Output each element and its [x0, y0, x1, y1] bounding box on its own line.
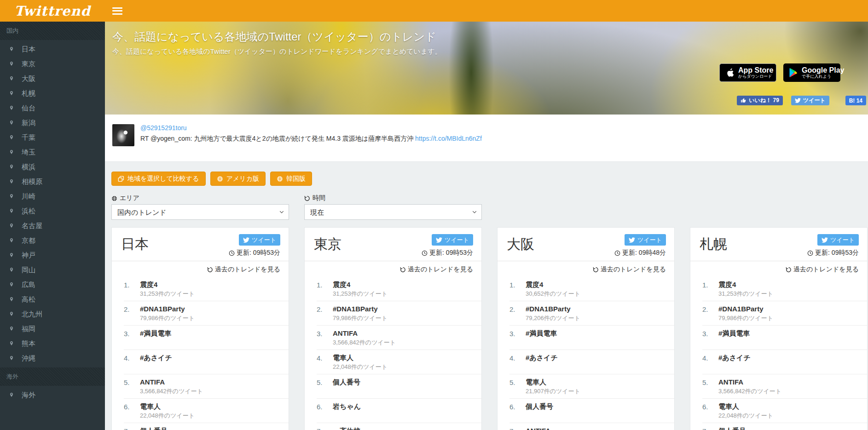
app-store-badge[interactable]: App Store からダウンロード [719, 63, 776, 82]
sidebar-item[interactable]: 福岡 [0, 321, 105, 336]
trend-name-link[interactable]: #DNA1BParty [333, 305, 388, 313]
trend-rank: 1. [317, 281, 333, 298]
trend-row: 5. 個人番号 [317, 374, 481, 398]
trend-name-link[interactable]: #満員電車 [140, 329, 171, 338]
tweet-url-link[interactable]: https://t.co/MBIdLn6nZf [415, 135, 482, 142]
sidebar-item[interactable]: 東京 [0, 57, 105, 71]
trend-name-link[interactable]: ANTIFA [140, 378, 203, 386]
trend-rank: 4. [317, 354, 333, 371]
trend-row: 7. 個人番号 [702, 423, 867, 430]
trend-name-link[interactable]: ANTIFA [718, 378, 781, 386]
apple-icon [724, 67, 735, 78]
sidebar-item[interactable]: 横浜 [0, 160, 105, 174]
trend-name-link[interactable]: 岩ちゃん [333, 402, 361, 411]
trend-tweet-count [718, 338, 750, 346]
trend-row: 2. #DNA1BParty 79,986件のツイート [124, 301, 289, 325]
map-pin-icon [9, 104, 14, 112]
sidebar-item[interactable]: 沖縄 [0, 351, 105, 366]
trend-name-link[interactable]: 電車人 [140, 402, 195, 411]
trend-name-link[interactable]: #満員電車 [526, 329, 557, 338]
past-trends-link[interactable]: 過去のトレンドを見る [690, 261, 867, 277]
sidebar-item[interactable]: 名古屋 [0, 218, 105, 233]
trend-name-link[interactable]: #DNA1BParty [718, 305, 773, 313]
trend-name-link[interactable]: #あさイチ [140, 354, 172, 362]
time-select[interactable]: 現在 [304, 204, 482, 220]
trend-name-link[interactable]: 個人番号 [526, 402, 553, 411]
sidebar-item[interactable]: 仙台 [0, 101, 105, 115]
tweet-share-button[interactable]: ツイート [791, 96, 829, 105]
trend-name-link[interactable]: 電車人 [333, 354, 388, 362]
facebook-like-button[interactable]: いいね！ 79 [737, 96, 783, 105]
trend-name-link[interactable]: #満員電車 [718, 329, 750, 338]
sidebar-item[interactable]: 高松 [0, 292, 105, 307]
google-play-badge[interactable]: Google Play で手に入れよう [783, 63, 840, 82]
map-pin-icon [9, 75, 14, 82]
google-play-subtitle: で手に入れよう [802, 74, 844, 79]
trend-name-link[interactable]: 震度4 [333, 281, 388, 289]
past-trends-link[interactable]: 過去のトレンドを見る [112, 261, 289, 277]
trend-row: 5. ANTIFA 3,566,842件のツイート [702, 374, 867, 398]
trend-name-link[interactable]: #DNA1BParty [526, 305, 580, 313]
compare-regions-button[interactable]: 地域を選択して比較する [111, 172, 206, 186]
sidebar-item[interactable]: 北九州 [0, 307, 105, 321]
trend-rank: 5. [509, 378, 526, 395]
trend-name-link[interactable]: #DNA1BParty [140, 305, 195, 313]
trend-row: 5. 電車人 21,907件のツイート [509, 374, 674, 398]
trend-name-link[interactable]: 震度4 [526, 281, 580, 289]
trend-rank: 2. [702, 305, 718, 322]
trend-name-link[interactable]: ANTIFA [526, 427, 589, 430]
sidebar-item[interactable]: 札幌 [0, 86, 105, 101]
sidebar-item-label: 日本 [22, 45, 35, 54]
sidebar-item[interactable]: 日本 [0, 42, 105, 57]
past-trends-link[interactable]: 過去のトレンドを見る [305, 261, 481, 277]
trend-name-link[interactable]: 一斉休校 [333, 427, 388, 430]
area-select[interactable]: 国内のトレンド [111, 204, 289, 220]
tweet-username-link[interactable]: @52915291toru [140, 124, 187, 132]
hamburger-menu-icon[interactable] [112, 7, 122, 15]
card-tweet-button[interactable]: ツイート [817, 234, 859, 246]
trend-tweet-count: 22,048件のツイート [333, 363, 388, 371]
sidebar-item[interactable]: 海外 [0, 388, 105, 402]
trend-name-link[interactable]: 震度4 [140, 281, 195, 289]
sidebar-item[interactable]: 熊本 [0, 336, 105, 351]
sidebar-item-label: 新潟 [22, 119, 35, 127]
sidebar-item[interactable]: 京都 [0, 233, 105, 248]
sidebar-item[interactable]: 岡山 [0, 263, 105, 277]
trend-name-link[interactable]: 震度4 [718, 281, 773, 289]
trend-name-link[interactable]: 電車人 [718, 402, 773, 411]
history-icon [207, 267, 213, 273]
card-tweet-button[interactable]: ツイート [625, 234, 666, 246]
trend-name-link[interactable]: 個人番号 [718, 427, 746, 430]
trend-name-link[interactable]: 個人番号 [333, 378, 360, 386]
card-tweet-button[interactable]: ツイート [432, 234, 473, 246]
trend-tweet-count [526, 412, 553, 419]
sidebar-item[interactable]: 神戸 [0, 248, 105, 263]
sidebar-item[interactable]: 浜松 [0, 204, 105, 218]
trend-rank: 1. [124, 281, 140, 298]
trend-name-link[interactable]: ANTIFA [333, 329, 396, 338]
card-tweet-button[interactable]: ツイート [239, 234, 280, 246]
site-logo[interactable]: Twittrend [0, 3, 105, 19]
trend-name-link[interactable]: #あさイチ [718, 354, 751, 362]
trend-list: 1. 震度4 31,253件のツイート 2. #DNA1BParty 79,98… [124, 277, 289, 430]
app-store-subtitle: からダウンロード [738, 74, 773, 79]
sidebar-item-label: 名古屋 [22, 222, 42, 230]
trend-tweet-count: 3,566,842件のツイート [333, 338, 396, 346]
korea-version-button[interactable]: 韓国版 [270, 172, 312, 186]
trend-card-tokyo: 東京 ツイート 更新: 09時53分 過去のトレンドを見る [304, 227, 482, 430]
past-trends-link[interactable]: 過去のトレンドを見る [498, 261, 674, 277]
usa-version-button[interactable]: アメリカ版 [210, 172, 266, 186]
card-updated-time: 更新: 09時53分 [229, 249, 280, 257]
sidebar-item[interactable]: 埼玉 [0, 145, 105, 160]
sidebar-item[interactable]: 川崎 [0, 189, 105, 204]
hatena-bookmark-button[interactable]: B! 14 [845, 96, 866, 105]
sidebar-item-label: 京都 [22, 236, 35, 245]
sidebar-item[interactable]: 相模原 [0, 174, 105, 189]
trend-name-link[interactable]: #あさイチ [526, 354, 558, 362]
trend-name-link[interactable]: 電車人 [526, 378, 580, 386]
sidebar-item[interactable]: 広島 [0, 277, 105, 292]
sidebar-item[interactable]: 大阪 [0, 71, 105, 86]
sidebar-item[interactable]: 千葉 [0, 130, 105, 145]
sidebar-item[interactable]: 新潟 [0, 115, 105, 130]
trend-name-link[interactable]: 個人番号 [140, 427, 168, 430]
